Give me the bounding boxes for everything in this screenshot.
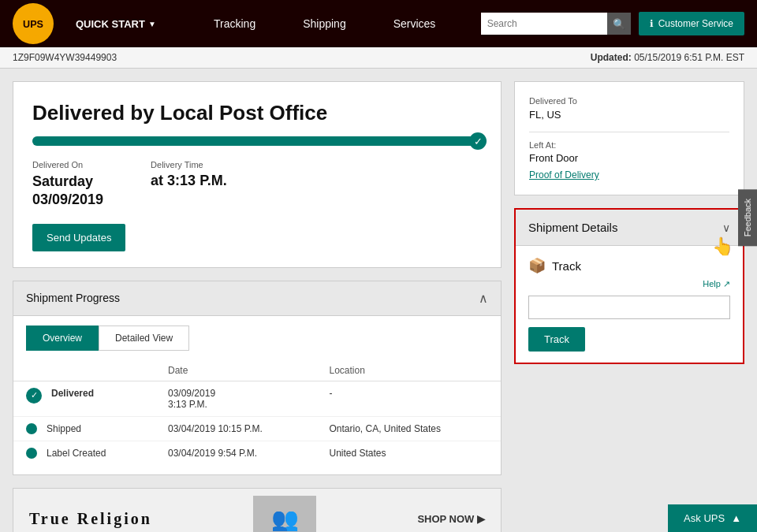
nav-links: Tracking Shipping Services xyxy=(169,17,481,30)
delivered-on-date: 03/09/2019 xyxy=(32,191,103,209)
table-row: ✓ Delivered 03/09/20193:13 P.M. - xyxy=(13,381,501,416)
shipment-details-header[interactable]: Shipment Details ∨ 👆 xyxy=(516,210,743,246)
tracking-number: 1Z9F09W4YW39449903 xyxy=(13,52,117,63)
progress-bar-fill xyxy=(32,136,482,146)
svg-text:UPS: UPS xyxy=(23,19,43,30)
status-label-delivered: Delivered xyxy=(51,388,94,399)
shipment-details-chevron-icon: ∨ xyxy=(722,221,730,234)
status-label-shipped: Shipped xyxy=(47,423,81,434)
delivery-time-label: Delivery Time xyxy=(151,160,227,169)
delivery-details-card: Delivered To FL, US Left At: Front Door … xyxy=(514,81,744,195)
left-panel: Delivered by Local Post Office ✓ Deliver… xyxy=(13,81,502,532)
col-location: Location xyxy=(317,360,502,381)
tracking-card: Delivered by Local Post Office ✓ Deliver… xyxy=(13,81,502,268)
shipment-details-card: Shipment Details ∨ 👆 📦 Track Help ↗ Trac… xyxy=(514,208,744,364)
track-button[interactable]: Track xyxy=(528,327,585,352)
status-dot-shipped xyxy=(26,423,37,434)
collapse-button[interactable]: ∧ xyxy=(479,291,488,306)
feedback-tab[interactable]: Feedback xyxy=(738,189,757,246)
status-label-created: Label Created xyxy=(47,448,106,459)
customer-service-button[interactable]: ℹ Customer Service xyxy=(639,12,744,35)
track-section: 📦 Track Help ↗ Track xyxy=(516,246,743,363)
progress-header: Shipment Progress ∧ xyxy=(13,281,501,316)
col-date: Date xyxy=(155,360,317,381)
location-shipped: Ontario, CA, United States xyxy=(317,416,502,441)
tracking-title: Delivered by Local Post Office xyxy=(32,101,482,125)
shipment-progress-card: Shipment Progress ∧ Overview Detailed Vi… xyxy=(13,281,502,475)
delivery-info: Delivered On Saturday 03/09/2019 Deliver… xyxy=(32,160,482,210)
table-row: Label Created 03/04/2019 9:54 P.M. Unite… xyxy=(13,441,501,465)
cursor-icon: 👆 xyxy=(712,236,733,257)
nav-shipping[interactable]: Shipping xyxy=(303,17,346,30)
ask-ups-label: Ask UPS xyxy=(684,512,725,524)
delivered-to-value: FL, US xyxy=(529,109,729,121)
col-activity xyxy=(13,360,155,381)
delivery-time-value: at 3:13 P.M. xyxy=(151,173,227,189)
delivered-on-label: Delivered On xyxy=(32,160,103,169)
progress-check-icon: ✓ xyxy=(469,132,487,150)
quick-start-menu[interactable]: QUICK START ▼ xyxy=(63,18,169,30)
proof-of-delivery-link[interactable]: Proof of Delivery xyxy=(529,169,599,180)
true-religion-banner: True Religion 👥 SHOP NOW ▶ xyxy=(13,488,502,532)
progress-title: Shipment Progress xyxy=(26,292,120,304)
status-cell-delivered: ✓ Delivered xyxy=(26,388,143,404)
delivered-on-section: Delivered On Saturday 03/09/2019 xyxy=(32,160,103,210)
left-at-value: Front Door xyxy=(529,152,729,164)
left-at-label: Left At: xyxy=(529,140,729,150)
tab-overview[interactable]: Overview xyxy=(26,326,99,351)
location-label-created: United States xyxy=(317,441,502,465)
progress-bar: ✓ xyxy=(32,136,482,146)
track-input[interactable] xyxy=(528,296,730,319)
subbar: 1Z9F09W4YW39449903 Updated: 05/15/2019 6… xyxy=(0,47,757,69)
location-delivered: - xyxy=(317,381,502,416)
delivery-time-section: Delivery Time at 3:13 P.M. xyxy=(151,160,227,210)
date-label-created: 03/04/2019 9:54 P.M. xyxy=(155,441,317,465)
date-shipped: 03/04/2019 10:15 P.M. xyxy=(155,416,317,441)
status-dot-label-created xyxy=(26,448,37,459)
banner-brand-text: True Religion xyxy=(29,510,152,528)
right-panel: Delivered To FL, US Left At: Front Door … xyxy=(514,81,744,532)
shipment-details-title: Shipment Details xyxy=(528,221,617,234)
tab-detailed-view[interactable]: Detailed View xyxy=(99,326,189,351)
track-header: 📦 Track xyxy=(528,257,730,274)
updated-text: Updated: 05/15/2019 6:51 P.M. EST xyxy=(591,52,744,63)
send-updates-button[interactable]: Send Updates xyxy=(32,224,125,251)
search-input[interactable] xyxy=(481,13,607,35)
track-package-icon: 📦 xyxy=(528,257,546,274)
ask-ups-chevron-icon: ▲ xyxy=(731,512,741,524)
status-cell-label-created: Label Created xyxy=(26,448,143,459)
track-label: Track xyxy=(552,259,581,273)
nav-right: 🔍 ℹ Customer Service xyxy=(481,12,744,35)
ask-ups-bar[interactable]: Ask UPS ▲ xyxy=(668,504,757,532)
ups-logo[interactable]: UPS xyxy=(13,3,54,44)
info-icon: ℹ xyxy=(650,18,654,29)
banner-image: 👥 xyxy=(253,496,316,532)
main-content: Delivered by Local Post Office ✓ Deliver… xyxy=(0,69,757,532)
delivered-to-label: Delivered To xyxy=(529,96,729,106)
search-button[interactable]: 🔍 xyxy=(607,13,631,35)
table-row: Shipped 03/04/2019 10:15 P.M. Ontario, C… xyxy=(13,416,501,441)
view-tabs: Overview Detailed View xyxy=(13,316,501,351)
banner-shop-now[interactable]: SHOP NOW ▶ xyxy=(417,513,485,525)
delivered-on-day: Saturday xyxy=(32,173,103,191)
search-box: 🔍 xyxy=(481,13,631,35)
brand-name: True Religion xyxy=(29,510,152,528)
status-dot-delivered: ✓ xyxy=(26,388,42,404)
quick-start-arrow-icon: ▼ xyxy=(148,20,156,28)
navbar: UPS QUICK START ▼ Tracking Shipping Serv… xyxy=(0,0,757,47)
status-cell-shipped: Shipped xyxy=(26,423,143,434)
help-link[interactable]: Help ↗ xyxy=(528,279,730,289)
nav-tracking[interactable]: Tracking xyxy=(214,17,255,30)
progress-table: Date Location ✓ Delivered 03/09/20193:13… xyxy=(13,360,501,465)
date-delivered: 03/09/20193:13 P.M. xyxy=(155,381,317,416)
nav-services[interactable]: Services xyxy=(393,17,436,30)
